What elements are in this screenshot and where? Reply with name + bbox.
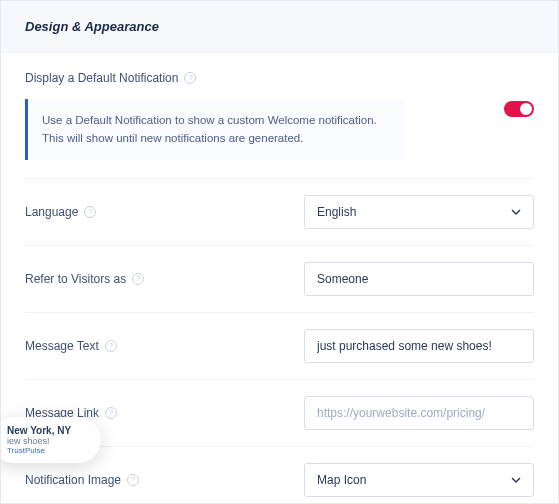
language-label-wrap: Language ? [25,205,96,219]
message-text-label: Message Text [25,339,99,353]
section-title: Design & Appearance [25,19,534,34]
help-icon[interactable]: ? [105,407,117,419]
section-header: Design & Appearance [1,1,558,53]
notification-preview: New York, NY iew shoes! TrustPulse [0,417,101,463]
help-icon[interactable]: ? [127,474,139,486]
default-notification-label: Display a Default Notification [25,71,178,85]
help-icon[interactable]: ? [184,72,196,84]
refer-visitors-input-wrap [304,262,534,296]
notification-image-value: Map Icon [317,473,366,487]
preview-brand: TrustPulse [7,446,79,455]
language-value: English [317,205,356,219]
default-notification-toggle[interactable] [504,101,534,117]
chevron-down-icon [511,475,521,485]
refer-visitors-label-wrap: Refer to Visitors as ? [25,272,144,286]
message-text-row: Message Text ? [25,313,534,380]
default-notification-label-row: Display a Default Notification ? [25,71,534,85]
message-text-label-wrap: Message Text ? [25,339,117,353]
language-select[interactable]: English [304,195,534,229]
preview-location: New York, NY [7,425,79,436]
notification-image-row: Notification Image ? Map Icon [25,447,534,504]
notification-image-label: Notification Image [25,473,121,487]
message-text-input[interactable] [317,339,521,353]
refer-visitors-row: Refer to Visitors as ? [25,246,534,313]
notification-image-label-wrap: Notification Image ? [25,473,139,487]
message-link-row: Message Link ? [25,380,534,447]
chevron-down-icon [511,207,521,217]
refer-visitors-label: Refer to Visitors as [25,272,126,286]
refer-visitors-input[interactable] [317,272,521,286]
language-row: Language ? English [25,179,534,246]
help-icon[interactable]: ? [132,273,144,285]
default-notification-description: Use a Default Notification to show a cus… [25,99,405,160]
message-link-input[interactable] [317,406,521,420]
message-text-input-wrap [304,329,534,363]
help-icon[interactable]: ? [105,340,117,352]
message-link-input-wrap [304,396,534,430]
help-icon[interactable]: ? [84,206,96,218]
preview-action: iew shoes! [7,436,79,446]
default-notification-row: Use a Default Notification to show a cus… [25,99,534,160]
default-notification-section: Display a Default Notification ? Use a D… [25,53,534,179]
notification-image-select[interactable]: Map Icon [304,463,534,497]
language-label: Language [25,205,78,219]
